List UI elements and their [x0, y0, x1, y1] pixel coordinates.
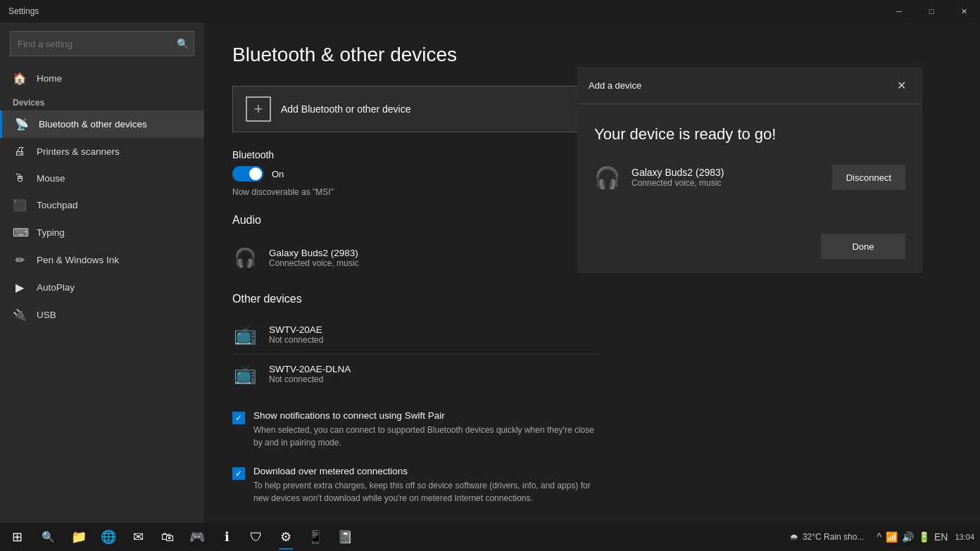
metered-label: Download over metered connections: [253, 466, 598, 476]
taskbar-app-store[interactable]: 🛍: [153, 523, 182, 551]
swift-pair-row: ✓ Show notifications to connect using Sw…: [232, 410, 598, 449]
headphones-icon: 🎧: [232, 247, 258, 269]
taskbar-app-mail[interactable]: ✉: [124, 523, 152, 551]
sidebar-item-mouse[interactable]: 🖱 Mouse: [0, 165, 204, 191]
taskbar-app-ie[interactable]: ℹ: [213, 523, 241, 551]
taskbar-app-settings[interactable]: ⚙: [272, 523, 300, 551]
volume-icon[interactable]: 🔊: [902, 531, 914, 543]
battery-taskbar-icon[interactable]: 🔋: [918, 531, 930, 543]
mouse-icon: 🖱: [13, 172, 27, 184]
audio-device-item[interactable]: 🎧 Galaxy Buds2 (2983) Connected voice, m…: [232, 236, 598, 279]
taskbar-right: 🌧 32°C Rain sho... ^ 📶 🔊 🔋 EN 13:04: [784, 531, 980, 543]
sidebar-item-label: Pen & Windows Ink: [37, 255, 119, 265]
taskbar-app-security[interactable]: 🛡: [242, 523, 270, 551]
taskbar-app-file-explorer[interactable]: 📁: [65, 523, 93, 551]
usb-icon: 🔌: [13, 308, 27, 322]
sidebar-item-label: USB: [37, 310, 56, 320]
sidebar-item-label: AutoPlay: [37, 282, 75, 293]
bluetooth-toggle-state: On: [272, 169, 284, 179]
sidebar-item-typing[interactable]: ⌨ Typing: [0, 219, 204, 246]
other-device-item-2[interactable]: 📺 SWTV-20AE-DLNA Not connected: [232, 355, 598, 393]
plus-icon: +: [246, 96, 271, 122]
sidebar-section-devices: Devices: [0, 92, 204, 110]
printer-icon: 🖨: [13, 145, 27, 158]
modal-close-button[interactable]: ✕: [891, 75, 911, 95]
other-device-item-1[interactable]: 📺 SWTV-20AE Not connected: [232, 315, 598, 355]
metered-row: ✓ Download over metered connections To h…: [232, 466, 598, 505]
app-title: Settings: [8, 6, 39, 16]
add-device-label: Add Bluetooth or other device: [281, 103, 410, 115]
pen-icon: ✏: [13, 253, 27, 267]
sidebar-item-bluetooth[interactable]: 📡 Bluetooth & other devices: [0, 110, 204, 138]
audio-device-name: Galaxy Buds2 (2983): [269, 248, 565, 258]
add-device-modal: Add a device ✕ Your device is ready to g…: [577, 67, 922, 273]
disconnect-button[interactable]: Disconnect: [832, 165, 905, 190]
taskbar-app-edge[interactable]: 🌐: [94, 523, 122, 551]
weather-text: 32°C Rain sho...: [803, 532, 865, 542]
device-icon-2: 📺: [232, 363, 258, 385]
device-icon-1: 📺: [232, 324, 258, 346]
bluetooth-toggle[interactable]: [232, 166, 263, 182]
add-device-button[interactable]: + Add Bluetooth or other device: [232, 86, 598, 132]
sidebar: 🔍 🏠 Home Devices 📡 Bluetooth & other dev…: [0, 23, 204, 551]
swift-pair-content: Show notifications to connect using Swif…: [253, 410, 598, 449]
modal-device-info: Galaxy Buds2 (2983) Connected voice, mus…: [632, 167, 724, 188]
taskbar-app-xbox[interactable]: 🎮: [183, 523, 211, 551]
sidebar-item-pen[interactable]: ✏ Pen & Windows Ink: [0, 246, 204, 274]
page-title: Bluetooth & other devices: [232, 44, 952, 66]
sidebar-item-label: Mouse: [37, 173, 65, 184]
sidebar-item-autoplay[interactable]: ▶ AutoPlay: [0, 274, 204, 301]
search-input[interactable]: [10, 31, 194, 56]
taskbar-clock[interactable]: 13:04: [955, 532, 974, 542]
modal-success-title: Your device is ready to go!: [594, 125, 905, 144]
other-device-info-2: SWTV-20AE-DLNA Not connected: [269, 364, 598, 384]
sidebar-item-label: Printers & scanners: [37, 146, 120, 157]
taskbar-app-phone[interactable]: 📱: [301, 523, 329, 551]
modal-footer: Done: [577, 225, 922, 273]
weather-widget[interactable]: 🌧 32°C Rain sho...: [784, 532, 870, 542]
modal-device-icon: 🎧: [594, 165, 620, 190]
start-button[interactable]: ⊞: [0, 523, 34, 551]
modal-header: Add a device ✕: [577, 67, 922, 104]
minimize-button[interactable]: ─: [883, 0, 915, 23]
taskbar-search-button[interactable]: 🔍: [34, 523, 62, 551]
close-button[interactable]: ✕: [948, 0, 980, 23]
sidebar-item-home[interactable]: 🏠 Home: [0, 65, 204, 92]
other-device-name-1: SWTV-20AE: [269, 324, 598, 335]
metered-content: Download over metered connections To hel…: [253, 466, 598, 505]
modal-device-row: 🎧 Galaxy Buds2 (2983) Connected voice, m…: [594, 165, 905, 190]
other-devices-section: Other devices 📺 SWTV-20AE Not connected …: [232, 293, 952, 393]
autoplay-icon: ▶: [13, 281, 27, 294]
other-device-status-1: Not connected: [269, 335, 598, 345]
metered-desc: To help prevent extra charges, keep this…: [253, 479, 598, 505]
sidebar-item-printers[interactable]: 🖨 Printers & scanners: [0, 138, 204, 165]
swift-pair-desc: When selected, you can connect to suppor…: [253, 424, 598, 449]
swift-pair-checkbox[interactable]: ✓: [232, 412, 245, 424]
taskbar-apps: 📁 🌐 ✉ 🛍 🎮 ℹ 🛡 ⚙ 📱 📓: [65, 523, 359, 551]
sidebar-item-touchpad[interactable]: ⬛ Touchpad: [0, 191, 204, 219]
modal-body: Your device is ready to go! 🎧 Galaxy Bud…: [577, 104, 922, 225]
metered-checkbox[interactable]: ✓: [232, 467, 245, 480]
sidebar-item-label: Home: [37, 73, 62, 84]
taskbar-app-onenote[interactable]: 📓: [331, 523, 359, 551]
modal-title: Add a device: [589, 80, 641, 91]
typing-icon: ⌨: [13, 226, 27, 239]
maximize-button[interactable]: □: [915, 0, 948, 23]
search-icon: 🔍: [177, 38, 189, 49]
audio-device-status: Connected voice, music: [269, 258, 565, 268]
system-tray: ^ 📶 🔊 🔋 EN: [872, 531, 952, 543]
other-devices-header: Other devices: [232, 293, 952, 305]
weather-icon: 🌧: [790, 532, 798, 542]
sidebar-item-usb[interactable]: 🔌 USB: [0, 301, 204, 329]
done-button[interactable]: Done: [821, 234, 905, 259]
swift-pair-label: Show notifications to connect using Swif…: [253, 410, 598, 421]
keyboard-language[interactable]: EN: [934, 531, 948, 543]
audio-device-info: Galaxy Buds2 (2983) Connected voice, mus…: [269, 248, 565, 268]
tray-expand-icon[interactable]: ^: [877, 531, 881, 543]
other-device-status-2: Not connected: [269, 374, 598, 384]
title-bar: Settings ─ □ ✕: [0, 0, 980, 23]
network-icon[interactable]: 📶: [886, 531, 898, 543]
modal-device-status: Connected voice, music: [632, 178, 724, 188]
window-controls: ─ □ ✕: [883, 0, 980, 23]
bluetooth-icon: 📡: [15, 118, 29, 131]
